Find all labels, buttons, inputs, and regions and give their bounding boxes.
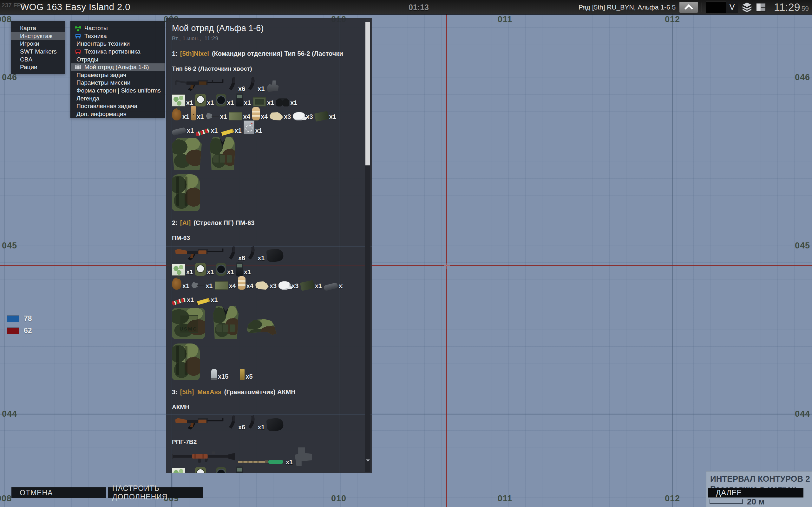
legend-row: 78 bbox=[7, 314, 32, 323]
usmc-bag-icon: USMC bbox=[172, 308, 205, 339]
menu-item[interactable]: Отряды bbox=[71, 55, 165, 63]
menu-item[interactable]: Рации bbox=[11, 63, 65, 71]
soldier-role: (Гранатомётчик) АКМН bbox=[224, 389, 296, 395]
menu-item[interactable]: Доп. информация bbox=[71, 110, 165, 118]
inventory-item: x4 bbox=[252, 107, 268, 120]
loadout-label: ПМ-63 bbox=[172, 234, 343, 241]
bandage-pack-icon bbox=[270, 112, 283, 120]
inventory-item: x1 bbox=[191, 281, 212, 290]
map-legend: 7862 bbox=[7, 314, 32, 335]
ak-magazine-icon bbox=[247, 245, 257, 262]
item-count: x1 bbox=[186, 269, 193, 276]
menu-item[interactable]: Игроки bbox=[11, 40, 65, 48]
clock-seconds: 59 bbox=[802, 5, 809, 12]
menu-item-label: Поставленная задача bbox=[74, 103, 137, 110]
squad-title: Мой отряд (Альфа 1-6) bbox=[172, 23, 343, 33]
squad-subtitle: Вт., 1.июн., 11:29 bbox=[172, 36, 343, 42]
inventory-item: x1 bbox=[172, 468, 193, 473]
inventory-item: x4 bbox=[238, 276, 253, 290]
menu-item-label: Легенда bbox=[74, 95, 99, 102]
soldier-header: 1:[5th]Nixel(Командир отделения) Тип 56-… bbox=[172, 50, 343, 58]
menu-item[interactable]: Форма сторон | Sides uniforms bbox=[71, 87, 165, 95]
soldier-number: 1: bbox=[172, 50, 177, 57]
inventory-row: x6x1 bbox=[172, 243, 343, 262]
inventory-item: x1 bbox=[216, 263, 234, 276]
item-count: x6 bbox=[238, 86, 245, 93]
menu-item[interactable]: Частоты bbox=[71, 24, 165, 32]
collapse-button[interactable] bbox=[679, 2, 698, 13]
rpg7-icon bbox=[172, 447, 235, 466]
rifle-type56-icon bbox=[172, 75, 226, 93]
inventory-item: x3 bbox=[270, 112, 291, 120]
inventory-item: x1 bbox=[195, 263, 214, 276]
voice-key-label: V bbox=[726, 1, 738, 13]
menu-item[interactable]: Параметры задач bbox=[71, 71, 165, 79]
legend-value: 78 bbox=[24, 314, 32, 323]
cancel-button[interactable]: ОТМЕНА bbox=[11, 487, 106, 498]
voice-channel-control[interactable]: V bbox=[706, 1, 738, 13]
inventory-item bbox=[247, 319, 276, 339]
menu-item[interactable]: Техника bbox=[71, 32, 165, 40]
gauze-roll-icon bbox=[278, 281, 291, 290]
menu-item[interactable]: Поставленная задача bbox=[71, 102, 165, 110]
vog-round-icon bbox=[211, 369, 217, 380]
continue-button[interactable]: ДАЛЕЕ bbox=[708, 488, 803, 498]
bandage-pack-icon bbox=[255, 281, 269, 290]
item-count: x1 bbox=[207, 269, 214, 276]
item-count: x5 bbox=[246, 373, 252, 380]
item-count: x1 bbox=[187, 127, 194, 134]
configure-addons-button[interactable]: НАСТРОИТЬ ДОПОЛНЕНИЯ bbox=[108, 487, 203, 498]
briefing-sections-menu: КартаИнструктажИгрокиSWT MarkersCBAРации bbox=[11, 21, 65, 74]
map-icon bbox=[172, 468, 185, 473]
soldier-role: (Стрелок ПГ) ПМ-63 bbox=[194, 219, 254, 226]
menu-item[interactable]: Инвентарь техники bbox=[71, 40, 165, 48]
item-count: x1 bbox=[286, 459, 293, 466]
divider bbox=[770, 3, 770, 12]
item-count: x1 bbox=[211, 297, 217, 303]
menu-item[interactable]: Инструктаж bbox=[11, 32, 65, 40]
squad-icon bbox=[74, 64, 82, 71]
bandage-roll-icon bbox=[238, 276, 246, 290]
layers-icon[interactable] bbox=[742, 3, 752, 12]
item-count: x4 bbox=[243, 113, 250, 120]
mag-pouch-icon bbox=[266, 248, 284, 262]
mission-title: WOG 163 Easy Island 2.0 bbox=[20, 2, 131, 12]
item-count: x1 bbox=[315, 283, 322, 290]
soldier-role: (Командир отделения) Тип 56-2 (Ласточкин… bbox=[212, 50, 343, 57]
menu-item[interactable]: Мой отряд (Альфа 1-6) bbox=[71, 63, 165, 71]
inventory-item: x4 bbox=[229, 112, 250, 120]
inventory-row: x1 bbox=[172, 447, 343, 466]
signal-stick-icon bbox=[191, 106, 196, 120]
legend-value: 62 bbox=[24, 326, 32, 335]
inventory-row: x1x1x1x1 bbox=[172, 466, 343, 473]
scrollbar-thumb[interactable] bbox=[365, 22, 370, 165]
item-count: x1 bbox=[329, 113, 336, 120]
menu-item[interactable]: Карта bbox=[11, 24, 65, 32]
scroll-down-icon[interactable] bbox=[366, 459, 370, 462]
divider bbox=[702, 3, 702, 12]
menu-item[interactable]: Техника противника bbox=[71, 48, 165, 56]
legend-swatch bbox=[7, 316, 19, 322]
inventory-row: x1x1x1x1x1x1 bbox=[172, 93, 343, 107]
scrollbar[interactable] bbox=[365, 19, 370, 472]
loadout-label: Тип 56-2 (Ласточкин хвост) bbox=[172, 65, 343, 72]
inventory-item: x1 bbox=[276, 97, 297, 107]
ak-magazine-icon bbox=[228, 414, 237, 431]
truck-blue-icon bbox=[74, 33, 82, 40]
menu-item[interactable]: CBA bbox=[11, 55, 65, 63]
briefing-panel: Мой отряд (Альфа 1-6) Вт., 1.июн., 11:29… bbox=[166, 18, 372, 473]
layout-icon[interactable] bbox=[756, 3, 766, 12]
rpg-sight-icon bbox=[295, 447, 312, 466]
menu-item[interactable]: SWT Markers bbox=[11, 48, 65, 56]
map-scale-panel: ИНТЕРВАЛ КОНТУРОВ 2 м Расстояние в метра… bbox=[706, 471, 812, 507]
menu-item[interactable]: Легенда bbox=[71, 95, 165, 102]
scroll-up-icon[interactable] bbox=[365, 19, 370, 22]
soldier-list: 1:[5th]Nixel(Командир отделения) Тип 56-… bbox=[172, 50, 343, 473]
menu-item[interactable]: Параметры миссии bbox=[71, 79, 165, 87]
inventory-item: x1 bbox=[244, 120, 262, 134]
soldier-number: 3: bbox=[172, 389, 177, 395]
inventory-row bbox=[172, 174, 343, 211]
map-icon bbox=[172, 95, 185, 107]
ak-magazine-icon bbox=[228, 245, 237, 262]
rifle-akm-icon bbox=[172, 244, 226, 262]
